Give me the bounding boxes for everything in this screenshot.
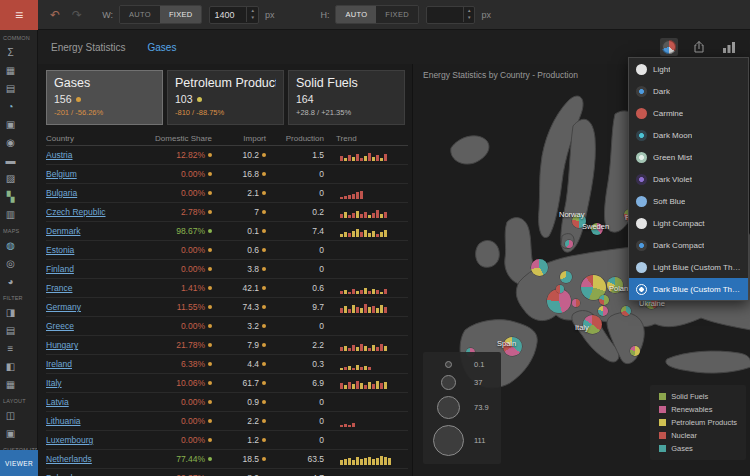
sparkline-item-icon[interactable]: ▥ bbox=[2, 205, 19, 223]
height-fixed-button[interactable]: FIXED bbox=[376, 6, 418, 23]
size-legend-row: 37 bbox=[431, 375, 489, 390]
theme-option-label: Green Mist bbox=[653, 153, 692, 162]
country-link[interactable]: Belgium bbox=[46, 169, 130, 179]
theme-option-light-blue-custom-theme[interactable]: Light Blue (Custom Theme) bbox=[629, 256, 748, 278]
country-link[interactable]: Hungary bbox=[46, 340, 130, 350]
country-link[interactable]: Netherlands bbox=[46, 454, 130, 464]
card-petroleum-products[interactable]: Petroleum Products103-810 / -88.75% bbox=[167, 70, 284, 125]
import-cell: 10.2 bbox=[222, 150, 274, 160]
card-gases[interactable]: Gases156-201 / -56.26% bbox=[46, 70, 163, 125]
range-filter-icon[interactable]: ◨ bbox=[2, 303, 19, 321]
list-box-icon[interactable]: ≡ bbox=[2, 339, 19, 357]
map-pie[interactable] bbox=[598, 306, 608, 316]
production-cell: 0.3 bbox=[274, 359, 336, 369]
stepper-down-icon[interactable]: ▼ bbox=[464, 15, 474, 23]
pies-item-icon[interactable]: ◔ bbox=[2, 97, 19, 115]
import-delta-icon bbox=[262, 286, 266, 290]
theme-option-dark-violet[interactable]: Dark Violet bbox=[629, 168, 748, 190]
height-auto-button[interactable]: AUTO bbox=[336, 6, 376, 23]
country-link[interactable]: Italy bbox=[46, 378, 130, 388]
theme-option-green-mist[interactable]: Green Mist bbox=[629, 146, 748, 168]
import-delta-icon bbox=[262, 400, 266, 404]
country-link[interactable]: Luxembourg bbox=[46, 435, 130, 445]
redo-icon[interactable]: ↷ bbox=[72, 8, 82, 22]
theme-option-soft-blue[interactable]: Soft Blue bbox=[629, 190, 748, 212]
table-row: Bulgaria0.00%2.10 bbox=[46, 184, 408, 203]
share-value: 6.38% bbox=[181, 359, 205, 369]
export-icon[interactable] bbox=[690, 38, 708, 56]
choropleth-map-icon[interactable]: ◍ bbox=[2, 236, 19, 254]
pivot-icon[interactable]: Σ bbox=[2, 43, 19, 61]
gauges-item-icon[interactable]: ◉ bbox=[2, 133, 19, 151]
theme-option-dark-compact[interactable]: Dark Compact bbox=[629, 234, 748, 256]
stepper-down-icon[interactable]: ▼ bbox=[247, 15, 257, 23]
theme-option-dark-blue-custom-theme[interactable]: Dark Blue (Custom Theme) bbox=[629, 278, 748, 300]
width-auto-button[interactable]: AUTO bbox=[120, 6, 160, 23]
group-item-icon[interactable]: ◫ bbox=[2, 406, 19, 424]
country-link[interactable]: Bulgaria bbox=[46, 188, 130, 198]
chart-item-icon[interactable]: ▤ bbox=[2, 79, 19, 97]
tab-energy-statistics[interactable]: Energy Statistics bbox=[48, 38, 128, 57]
viewer-button[interactable]: VIEWER bbox=[0, 450, 38, 476]
combo-box-icon[interactable]: ▤ bbox=[2, 321, 19, 339]
share-cell: 10.06% bbox=[130, 378, 222, 388]
country-link[interactable]: Germany bbox=[46, 302, 130, 312]
tab-gases[interactable]: Gases bbox=[144, 38, 179, 57]
height-input[interactable] bbox=[427, 10, 463, 20]
country-link[interactable]: Latvia bbox=[46, 397, 130, 407]
theme-swatch-icon bbox=[636, 64, 647, 75]
country-link[interactable]: Lithuania bbox=[46, 416, 130, 426]
production-cell: 6.9 bbox=[274, 378, 336, 388]
theme-option-light-compact[interactable]: Light Compact bbox=[629, 212, 748, 234]
map-pie[interactable] bbox=[630, 346, 640, 356]
cards-item-icon[interactable]: ▣ bbox=[2, 115, 19, 133]
map-pie[interactable] bbox=[531, 259, 548, 276]
card-title: Gases bbox=[54, 76, 155, 90]
tab-container-icon[interactable]: ▣ bbox=[2, 424, 19, 442]
date-filter-icon[interactable]: ▦ bbox=[2, 375, 19, 393]
treemap-item-icon[interactable]: ▚ bbox=[2, 187, 19, 205]
country-link[interactable]: Ireland bbox=[46, 359, 130, 369]
image-item-icon[interactable]: ▨ bbox=[2, 169, 19, 187]
theme-option-dark[interactable]: Dark bbox=[629, 80, 748, 102]
share-delta-icon bbox=[208, 153, 212, 157]
table-row: Czech Republic2.78%70.2 bbox=[46, 203, 408, 222]
insert-chart-icon[interactable] bbox=[720, 38, 738, 56]
width-fixed-button[interactable]: FIXED bbox=[160, 6, 202, 23]
country-link[interactable]: Finland bbox=[46, 264, 130, 274]
import-value: 42.1 bbox=[242, 283, 259, 293]
map-pie[interactable] bbox=[621, 306, 631, 316]
stepper-up-icon[interactable]: ▲ bbox=[464, 7, 474, 15]
stepper-up-icon[interactable]: ▲ bbox=[247, 7, 257, 15]
theme-option-dark-moon[interactable]: Dark Moon bbox=[629, 124, 748, 146]
menu-button[interactable]: ≡ bbox=[0, 0, 38, 30]
theme-swatch-icon bbox=[636, 174, 647, 185]
pie-map-icon[interactable]: ◕ bbox=[2, 272, 19, 290]
tree-view-icon[interactable]: ◧ bbox=[2, 357, 19, 375]
legend-item: Nuclear bbox=[659, 431, 737, 440]
map-pie[interactable] bbox=[599, 295, 609, 305]
country-link[interactable]: Estonia bbox=[46, 245, 130, 255]
country-link[interactable]: Denmark bbox=[46, 226, 130, 236]
theme-option-light[interactable]: Light bbox=[629, 58, 748, 80]
size-legend-circle bbox=[445, 361, 452, 368]
tabbar-icons bbox=[660, 38, 738, 56]
map-pie[interactable] bbox=[556, 285, 564, 293]
theme-option-carmine[interactable]: Carmine bbox=[629, 102, 748, 124]
width-input[interactable] bbox=[210, 10, 246, 20]
country-link[interactable]: Greece bbox=[46, 321, 130, 331]
map-pie[interactable] bbox=[560, 271, 572, 283]
theme-option-label: Dark Blue (Custom Theme) bbox=[653, 285, 742, 294]
country-link[interactable]: Austria bbox=[46, 150, 130, 160]
map-pie[interactable] bbox=[565, 240, 573, 248]
country-link[interactable]: Czech Republic bbox=[46, 207, 130, 217]
map-pie[interactable] bbox=[572, 299, 580, 307]
geo-point-map-icon[interactable]: ◎ bbox=[2, 254, 19, 272]
share-value: 0.00% bbox=[181, 416, 205, 426]
theme-picker-icon[interactable] bbox=[660, 38, 678, 56]
undo-icon[interactable]: ↶ bbox=[50, 8, 60, 22]
country-link[interactable]: France bbox=[46, 283, 130, 293]
card-solid-fuels[interactable]: Solid Fuels164+28.8 / +21.35% bbox=[288, 70, 405, 125]
text-box-icon[interactable]: ▬ bbox=[2, 151, 19, 169]
grid-item-icon[interactable]: ▦ bbox=[2, 61, 19, 79]
